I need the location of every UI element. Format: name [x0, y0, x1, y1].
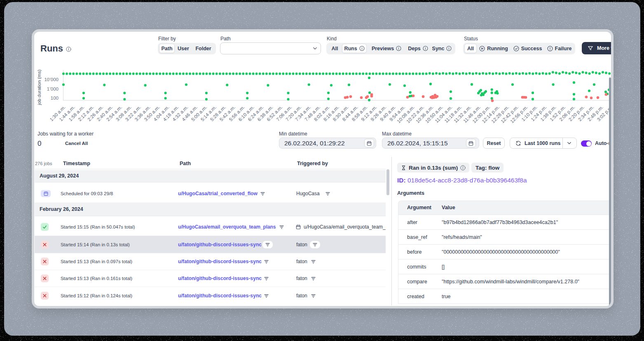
svg-text:1’000: 1’000 — [47, 86, 59, 91]
svg-text:100: 100 — [51, 96, 59, 100]
svg-text:10’000: 10’000 — [44, 77, 59, 82]
svg-text:job duration (ms): job duration (ms) — [37, 70, 42, 105]
